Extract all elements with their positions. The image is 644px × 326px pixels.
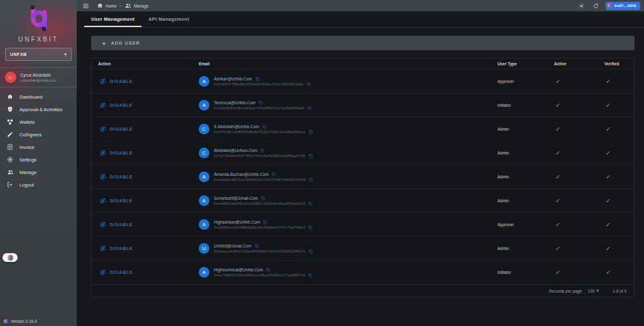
- verified-check-icon: ✓: [598, 245, 634, 252]
- copy-email-icon[interactable]: [261, 196, 265, 200]
- copy-address-icon[interactable]: [309, 130, 313, 134]
- avatar: A: [199, 219, 209, 230]
- refresh-button[interactable]: [589, 0, 603, 11]
- user-type-cell: Admin: [491, 246, 548, 251]
- tab[interactable]: User Management: [84, 11, 142, 27]
- copy-address-icon[interactable]: [307, 82, 311, 87]
- org-select-value: UNFXB: [10, 52, 64, 57]
- user-type-cell: Initiator: [491, 270, 548, 274]
- eye-off-icon: [99, 173, 106, 180]
- eye-off-icon: [99, 221, 106, 228]
- active-check-icon: ✓: [548, 173, 598, 180]
- theme-toggle-button[interactable]: [574, 0, 589, 11]
- shield-check-icon: [6, 106, 14, 112]
- disable-button[interactable]: DISABLE: [92, 197, 189, 204]
- sidebar-item[interactable]: Invoice: [0, 141, 77, 153]
- sidebar-item[interactable]: Settings: [0, 153, 77, 166]
- home-icon: [6, 94, 14, 100]
- eye-off-icon: [99, 149, 106, 156]
- eye-off-icon: [99, 126, 106, 133]
- copy-address-icon[interactable]: [309, 154, 313, 158]
- email-cell: A Hightechnical@Unfxb.Com 0xec795862329c…: [189, 267, 491, 278]
- profile-name: Cyrus Abdollahi: [20, 72, 56, 78]
- wallet-address-text: 0xec795862329cb60b2e108ca7568bcd77ba8507…: [214, 273, 305, 277]
- logo-block: UNFXBIT: [0, 0, 77, 44]
- disable-button[interactable]: DISABLE: [92, 269, 189, 276]
- logo-wordmark: UNFXBIT: [0, 36, 77, 43]
- cosigners-icon: [6, 131, 14, 138]
- breadcrumb-manage[interactable]: Manage: [125, 3, 149, 9]
- verified-check-icon: ✓: [598, 173, 634, 180]
- chat-widget-button[interactable]: [3, 253, 18, 262]
- copy-email-icon[interactable]: [255, 244, 259, 248]
- wallet-address-button[interactable]: 0x97...2956: [606, 2, 640, 10]
- sidebar-item[interactable]: CoSigners: [0, 128, 77, 141]
- copy-address-icon[interactable]: [309, 178, 313, 182]
- copy-email-icon[interactable]: [262, 124, 267, 129]
- disable-label: DISABLE: [110, 79, 133, 84]
- tab[interactable]: API Management: [142, 11, 196, 27]
- breadcrumb-home[interactable]: Home: [97, 3, 116, 9]
- profile-email: c.abdollahi@unfxb.com: [20, 78, 56, 83]
- disable-button[interactable]: DISABLE: [92, 173, 189, 180]
- org-select-dropdown[interactable]: UNFXB ▾: [5, 48, 72, 61]
- disable-label: DISABLE: [110, 198, 133, 203]
- sidebar-nav: Dashboard Approval & Activities Wallets …: [0, 87, 77, 194]
- hamburger-menu-icon[interactable]: [82, 3, 89, 9]
- sidebar-item[interactable]: Logout: [0, 178, 77, 191]
- disable-button[interactable]: DISABLE: [92, 126, 189, 133]
- sidebar-item[interactable]: Manage: [0, 166, 77, 178]
- verified-check-icon: ✓: [598, 78, 634, 85]
- logout-icon: [6, 182, 14, 188]
- copy-address-icon[interactable]: [309, 249, 313, 254]
- table-row: DISABLE C Abdollahi@Unfxco.Com 0x7d7359: [92, 141, 634, 165]
- disable-button[interactable]: DISABLE: [92, 78, 189, 85]
- version-row: Version 2.16.4: [4, 319, 37, 323]
- records-per-page-select[interactable]: 100 ▾: [588, 288, 599, 293]
- user-type-cell: Approver: [491, 222, 548, 227]
- wallet-address-text: 0xa298f4ecd2458e5a52c4c44a2da0767c75a795…: [214, 225, 305, 229]
- sidebar: UNFXBIT UNFXB ▾ C Cyrus Abdollahi c.abdo…: [0, 0, 77, 326]
- copy-address-icon[interactable]: [308, 273, 313, 278]
- table-row: DISABLE A Sometest9@Gmail.Com 0xee9f82d: [92, 189, 634, 213]
- sidebar-item[interactable]: Approval & Activities: [0, 103, 77, 116]
- copy-email-icon[interactable]: [266, 268, 270, 272]
- verified-check-icon: ✓: [598, 126, 634, 133]
- user-type-cell: Admin: [491, 198, 548, 203]
- email-cell: A Sometest9@Gmail.Com 0xee9f82dab53e32cb…: [189, 195, 491, 206]
- user-type-cell: Approver: [491, 79, 548, 84]
- version-label: Version 2.16.4: [11, 319, 37, 323]
- active-check-icon: ✓: [548, 149, 598, 156]
- copy-email-icon[interactable]: [272, 172, 276, 177]
- active-check-icon: ✓: [548, 126, 598, 133]
- disable-label: DISABLE: [110, 103, 133, 107]
- copy-address-icon[interactable]: [308, 202, 313, 206]
- copy-email-icon[interactable]: [263, 220, 267, 224]
- sidebar-item[interactable]: Wallets: [0, 116, 77, 128]
- copy-address-icon[interactable]: [308, 106, 312, 111]
- column-header-user-type: User Type: [491, 62, 548, 66]
- sidebar-item-label: Dashboard: [19, 94, 43, 100]
- disable-label: DISABLE: [110, 175, 133, 179]
- email-text: S.Abdollahi@Unfxb.Com: [214, 124, 259, 129]
- disable-button[interactable]: DISABLE: [92, 149, 189, 156]
- disable-button[interactable]: DISABLE: [92, 102, 189, 109]
- add-user-label: ADD USER: [111, 41, 140, 45]
- user-profile[interactable]: C Cyrus Abdollahi c.abdollahi@unfxb.com: [0, 68, 77, 87]
- email-cell: C Abdollahi@Unfxco.Com 0x7d7359eb49d7783…: [189, 148, 491, 158]
- copy-email-icon[interactable]: [260, 148, 265, 153]
- copy-email-icon[interactable]: [258, 101, 263, 105]
- verified-check-icon: ✓: [598, 102, 634, 109]
- active-check-icon: ✓: [548, 221, 598, 228]
- email-cell: A Amanda.Buchan@Unfxb.Com 0xeaba814873ee…: [189, 171, 491, 182]
- disable-button[interactable]: DISABLE: [92, 245, 189, 252]
- user-type-cell: Admin: [491, 175, 548, 179]
- active-check-icon: ✓: [548, 78, 598, 85]
- sidebar-item-label: Manage: [19, 170, 36, 175]
- copy-address-icon[interactable]: [308, 225, 313, 230]
- disable-button[interactable]: DISABLE: [92, 221, 189, 228]
- sidebar-item[interactable]: Dashboard: [0, 90, 77, 103]
- add-user-button[interactable]: + ADD USER: [91, 36, 635, 50]
- disable-label: DISABLE: [110, 222, 133, 227]
- copy-email-icon[interactable]: [255, 77, 260, 81]
